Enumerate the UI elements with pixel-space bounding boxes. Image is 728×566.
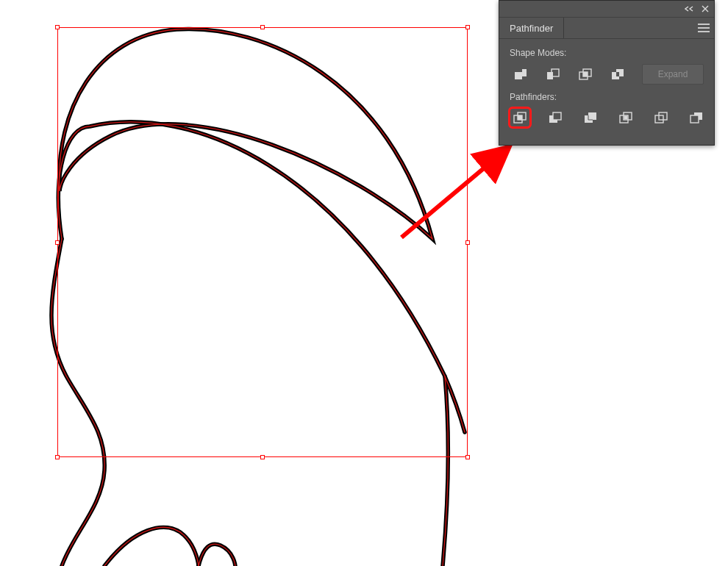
shape-modes-row: Expand: [510, 64, 707, 85]
panel-header-bar: [499, 1, 714, 18]
svg-line-0: [402, 152, 503, 237]
outline-button[interactable]: [651, 108, 671, 127]
expand-button-label: Expand: [658, 69, 688, 79]
intersect-button[interactable]: [574, 65, 596, 84]
merge-icon: [583, 111, 598, 124]
expand-button[interactable]: Expand: [642, 64, 704, 85]
exclude-icon: [610, 68, 625, 81]
hamburger-icon: [698, 27, 710, 29]
panel-body: Shape Modes:: [499, 39, 714, 145]
trim-button[interactable]: [545, 108, 565, 127]
unite-icon: [513, 68, 528, 81]
minus-front-button[interactable]: [542, 65, 564, 84]
minus-front-icon: [546, 68, 560, 81]
panel-menu-button[interactable]: [693, 18, 714, 38]
minus-back-icon: [689, 111, 704, 124]
crop-icon: [618, 111, 633, 124]
crop-button[interactable]: [615, 108, 636, 127]
svg-rect-4: [583, 72, 588, 76]
intersect-icon: [578, 68, 593, 81]
outline-icon: [654, 111, 668, 124]
shape-modes-label: Shape Modes:: [510, 48, 707, 58]
merge-button[interactable]: [580, 108, 601, 127]
minus-back-button[interactable]: [686, 108, 707, 127]
pathfinders-row: [510, 108, 707, 127]
divide-button[interactable]: [510, 108, 530, 127]
trim-icon: [548, 111, 563, 124]
pathfinders-label: Pathfinders:: [510, 92, 707, 102]
unite-button[interactable]: [510, 65, 532, 84]
tab-pathfinder-label: Pathfinder: [510, 23, 553, 34]
svg-rect-7: [518, 115, 522, 120]
svg-rect-16: [690, 115, 699, 123]
collapse-icon[interactable]: [685, 5, 693, 12]
tab-pathfinder[interactable]: Pathfinder: [499, 18, 564, 38]
close-icon[interactable]: [701, 4, 710, 13]
svg-rect-8: [553, 112, 561, 120]
divide-icon: [513, 111, 527, 124]
exclude-button[interactable]: [607, 65, 629, 84]
pathfinder-panel: Pathfinder Shape Modes:: [499, 0, 715, 146]
svg-rect-13: [624, 116, 628, 120]
panel-tab-bar: Pathfinder: [499, 18, 714, 39]
